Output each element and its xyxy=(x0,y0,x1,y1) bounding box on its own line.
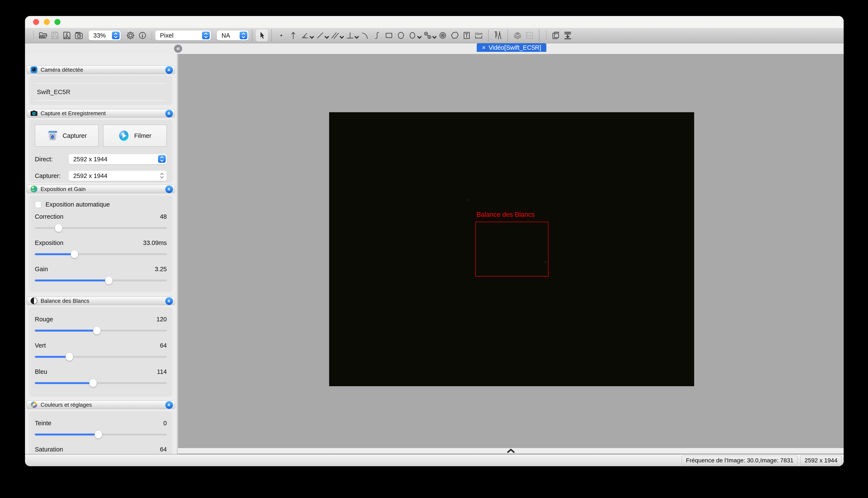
rectangle-tool-icon[interactable] xyxy=(383,29,395,41)
red-slider[interactable] xyxy=(35,326,167,335)
arrow-tool-icon[interactable] xyxy=(287,29,299,41)
panel-exposure-header[interactable]: Exposition et Gain « xyxy=(27,185,175,193)
concentric-circles-tool-icon[interactable] xyxy=(437,29,449,41)
panel-capture: Capture et Enregistrement « Ca xyxy=(25,109,177,183)
exposure-slider[interactable] xyxy=(35,250,167,258)
slider-thumb[interactable] xyxy=(55,224,62,232)
correction-slider[interactable] xyxy=(35,224,167,232)
exposure-card: Exposition automatique Correction 48 Exp… xyxy=(29,195,173,292)
parallel-lines-tool-group[interactable] xyxy=(329,29,344,41)
slider-fill xyxy=(35,382,93,384)
play-orb-icon xyxy=(118,130,129,141)
angle-tool-group[interactable] xyxy=(299,29,314,41)
polygon-tool-icon[interactable] xyxy=(449,29,461,41)
zoom-window-button[interactable] xyxy=(54,19,61,25)
stepper-icon xyxy=(158,155,166,163)
tab-video[interactable]: × Vidéo[Swift_EC5R] xyxy=(477,43,546,52)
webcam-icon xyxy=(30,66,38,74)
unit-value: Pixel xyxy=(160,32,174,39)
bottom-panel-toggle[interactable] xyxy=(178,448,844,454)
capture-resolution-select[interactable]: 2592 x 1944 xyxy=(68,171,167,181)
stepper-icon xyxy=(240,31,247,39)
toolbar-separator xyxy=(508,30,508,41)
dust-speck xyxy=(474,148,475,149)
open-icon[interactable] xyxy=(37,29,49,41)
slider-label: Correction xyxy=(35,213,63,220)
settings-gear-icon[interactable] xyxy=(125,29,137,41)
info-icon[interactable] xyxy=(137,29,149,41)
timed-capture-icon[interactable] xyxy=(73,29,85,41)
perpendicular-tool-group[interactable] xyxy=(344,29,359,41)
na-select[interactable]: NA xyxy=(217,30,248,40)
direct-resolution-select[interactable]: 2592 x 1944 xyxy=(68,154,167,164)
hue-slider[interactable] xyxy=(35,430,167,439)
live-video-frame[interactable]: Balance des Blancs xyxy=(329,112,694,386)
panel-colors-header[interactable]: Couleurs et réglages « xyxy=(27,401,175,409)
circle-variants-tool-group[interactable] xyxy=(407,29,422,41)
record-button[interactable]: Filmer xyxy=(103,124,167,147)
zoom-level-select[interactable]: 33% xyxy=(89,30,121,40)
sidebar-collapse-button[interactable]: « xyxy=(174,44,182,53)
collapse-panel-button[interactable]: « xyxy=(165,66,173,74)
duplicate-icon[interactable] xyxy=(550,29,562,41)
direct-resolution-value: 2592 x 1944 xyxy=(73,156,107,163)
panel-camera-header[interactable]: Caméra détectée « xyxy=(27,66,175,74)
arc-tool-icon[interactable] xyxy=(359,29,371,41)
toolbar-drag-handle xyxy=(151,31,152,39)
capture-res-label: Capturer: xyxy=(35,172,68,180)
wb-region-label: Balance des Blancs xyxy=(476,211,535,219)
slider-thumb[interactable] xyxy=(89,379,97,387)
unit-select[interactable]: Pixel xyxy=(155,30,211,40)
slider-fill xyxy=(35,434,98,435)
slider-thumb[interactable] xyxy=(66,353,73,361)
annulus-tool-group[interactable] xyxy=(422,29,437,41)
save-icon[interactable] xyxy=(49,29,61,41)
tab-close-icon[interactable]: × xyxy=(482,44,485,51)
snapshot-icon xyxy=(47,130,58,141)
panel-wb-header[interactable]: Balance des Blancs « xyxy=(27,297,175,305)
status-bar: Fréquence de l'Image: 30.0,Image: 7831 2… xyxy=(25,454,844,466)
minimize-window-button[interactable] xyxy=(44,19,50,25)
export-csv-icon[interactable]: CSV xyxy=(523,29,535,41)
camera-list: Swift_EC5R xyxy=(29,76,173,105)
slider-thumb[interactable] xyxy=(71,250,78,258)
point-tool-icon[interactable] xyxy=(275,29,287,41)
svg-text:10um: 10um xyxy=(475,32,483,36)
capture-resolution-value: 2592 x 1944 xyxy=(73,172,107,180)
slider-thumb[interactable] xyxy=(94,431,102,438)
layers-icon[interactable] xyxy=(512,29,523,41)
panel-capture-header[interactable]: Capture et Enregistrement « xyxy=(27,109,175,118)
text-tool-icon[interactable] xyxy=(461,29,473,41)
slider-thumb[interactable] xyxy=(93,327,101,335)
stepper-icon xyxy=(202,31,210,39)
slider-label: Teinte xyxy=(35,420,51,427)
scale-bar-tool-icon[interactable]: 10um xyxy=(473,29,485,41)
close-window-button[interactable] xyxy=(33,19,39,25)
toolbar-separator xyxy=(539,30,539,41)
wb-region-rect[interactable] xyxy=(475,222,548,276)
calibrate-icon[interactable] xyxy=(492,29,504,41)
ellipse-tool-icon[interactable] xyxy=(395,29,407,41)
camera-device-item[interactable]: Swift_EC5R xyxy=(35,83,167,101)
quick-save-icon[interactable] xyxy=(61,29,73,41)
slider-label: Rouge xyxy=(35,316,53,323)
gain-slider[interactable] xyxy=(35,276,167,285)
green-slider[interactable] xyxy=(35,353,167,361)
collapse-panel-button[interactable]: « xyxy=(165,401,173,409)
capture-button[interactable]: Capturer xyxy=(35,124,99,147)
slider-fill xyxy=(35,253,74,255)
blue-slider[interactable] xyxy=(35,379,167,387)
collapse-panel-button[interactable]: « xyxy=(165,297,173,305)
auto-exposure-checkbox[interactable] xyxy=(35,201,42,208)
pointer-tool-icon[interactable] xyxy=(256,29,268,41)
collapse-panel-button[interactable]: « xyxy=(165,185,173,193)
toolbar-drag-handle xyxy=(33,31,34,39)
image-canvas[interactable]: Balance des Blancs xyxy=(178,54,844,454)
line-tool-group[interactable] xyxy=(314,29,329,41)
curve-tool-icon[interactable] xyxy=(371,29,383,41)
colors-card: Teinte 0 Saturation 64 xyxy=(29,411,173,454)
toolbar-separator xyxy=(488,30,489,41)
collapse-panel-button[interactable]: « xyxy=(165,110,173,117)
export-icon[interactable] xyxy=(562,29,574,41)
slider-thumb[interactable] xyxy=(105,276,113,285)
